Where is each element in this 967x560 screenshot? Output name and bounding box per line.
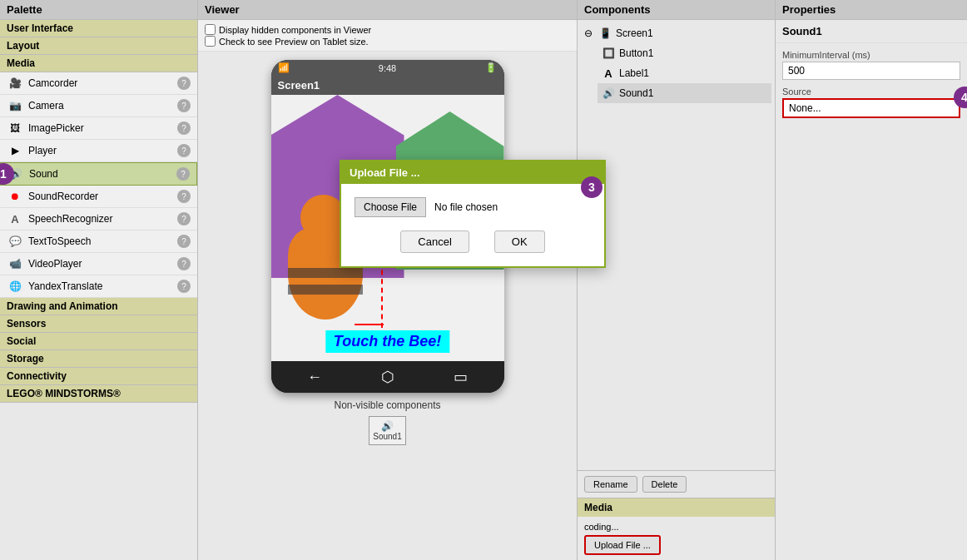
palette-section-drawing[interactable]: Drawing and Animation xyxy=(0,298,197,315)
palette-section-social[interactable]: Social xyxy=(0,333,197,350)
sound-label: Sound xyxy=(29,168,176,180)
palette-section-media[interactable]: Media xyxy=(0,55,197,72)
viewer-inner: 📶 9:48 🔋 Screen1 xyxy=(206,60,568,452)
image-picker-help[interactable]: ? xyxy=(177,121,191,135)
property-source: Source 4 xyxy=(782,87,960,118)
image-picker-icon: 🖼 xyxy=(7,120,23,136)
tree-item-sound1[interactable]: 🔊 Sound1 xyxy=(598,83,771,103)
palette-section-storage[interactable]: Storage xyxy=(0,350,197,368)
touch-bee-label[interactable]: Touch the Bee! xyxy=(325,330,449,353)
upload-dialog-title: Upload File ... xyxy=(341,161,604,184)
sound1-component-icon[interactable]: 🔊 Sound1 xyxy=(369,416,405,445)
yandex-translate-label: YandexTranslate xyxy=(28,280,177,292)
tablet-preview-checkbox[interactable] xyxy=(205,36,216,47)
sound-recorder-help[interactable]: ? xyxy=(177,190,191,203)
sound-recorder-label: SoundRecorder xyxy=(28,191,177,202)
no-file-label: No file chosen xyxy=(434,201,498,213)
palette-section-connectivity[interactable]: Connectivity xyxy=(0,368,197,385)
palette-item-video-player[interactable]: 📹 VideoPlayer ? xyxy=(0,253,197,275)
sound-help[interactable]: ? xyxy=(176,167,190,181)
yandex-translate-help[interactable]: ? xyxy=(177,280,191,293)
choose-file-button[interactable]: Choose File xyxy=(355,197,426,217)
camcorder-help[interactable]: ? xyxy=(177,77,191,90)
hidden-components-checkbox[interactable] xyxy=(205,24,216,35)
components-header: Components xyxy=(578,0,775,20)
palette-item-sound-recorder[interactable]: ⏺ SoundRecorder ? xyxy=(0,186,197,208)
camera-icon: 📷 xyxy=(7,97,23,114)
tree-item-button1[interactable]: 🔲 Button1 xyxy=(598,43,771,63)
source-label: Source xyxy=(782,87,960,97)
property-min-interval: MinimumInterval (ms) xyxy=(782,50,960,80)
arrow-line-vertical xyxy=(381,261,383,328)
palette-section-layout[interactable]: Layout xyxy=(0,37,197,55)
badge-3: 3 xyxy=(581,176,603,198)
camera-label: Camera xyxy=(28,100,177,112)
image-picker-label: ImagePicker xyxy=(28,122,177,134)
ok-button[interactable]: OK xyxy=(494,230,545,253)
properties-content: MinimumInterval (ms) Source 4 xyxy=(776,43,967,131)
hidden-components-checkbox-label[interactable]: Display hidden components in Viewer xyxy=(205,24,570,35)
upload-file-button[interactable]: Upload File ... xyxy=(584,535,661,555)
viewer-panel: Viewer Display hidden components in View… xyxy=(198,0,578,560)
palette-section-ui[interactable]: User Interface xyxy=(0,20,197,37)
palette-item-camera[interactable]: 📷 Camera ? xyxy=(0,95,197,117)
viewer-header: Viewer xyxy=(198,0,577,20)
delete-button[interactable]: Delete xyxy=(642,476,687,493)
sound1-label: Sound1 xyxy=(373,432,401,441)
camera-help[interactable]: ? xyxy=(177,99,191,112)
upload-file-dialog: Upload File ... Choose File No file chos… xyxy=(340,160,606,268)
properties-panel: Properties Sound1 MinimumInterval (ms) S… xyxy=(776,0,967,560)
upload-dialog-buttons: Cancel OK xyxy=(355,230,591,253)
source-input[interactable] xyxy=(782,98,960,118)
cancel-button[interactable]: Cancel xyxy=(400,230,469,253)
min-interval-label: MinimumInterval (ms) xyxy=(782,50,960,60)
player-icon: ▶ xyxy=(7,142,23,159)
properties-header: Properties xyxy=(776,0,967,20)
nav-recent-icon[interactable]: ▭ xyxy=(454,368,468,386)
phone-screen-title: Screen1 xyxy=(271,76,504,95)
sound1-icon: 🔊 xyxy=(381,420,394,432)
video-player-help[interactable]: ? xyxy=(177,257,191,270)
min-interval-input[interactable] xyxy=(782,62,960,80)
camcorder-label: Camcorder xyxy=(28,77,177,89)
non-visible-label: Non-visible components xyxy=(334,399,440,411)
properties-component-name: Sound1 xyxy=(776,20,967,43)
palette-item-speech-recognizer[interactable]: A SpeechRecognizer ? xyxy=(0,208,197,230)
nav-back-icon[interactable]: ← xyxy=(307,369,322,386)
palette-item-image-picker[interactable]: 🖼 ImagePicker ? xyxy=(0,117,197,140)
text-to-speech-help[interactable]: ? xyxy=(177,235,191,248)
palette-item-yandex-translate[interactable]: 🌐 YandexTranslate ? xyxy=(0,275,197,298)
tree-item-label1[interactable]: A Label1 xyxy=(598,63,771,83)
player-help[interactable]: ? xyxy=(177,144,191,157)
speech-recognizer-help[interactable]: ? xyxy=(177,212,191,225)
nav-home-icon[interactable]: ⬡ xyxy=(381,368,394,386)
time-display: 9:48 xyxy=(379,63,396,73)
palette-item-player[interactable]: ▶ Player ? xyxy=(0,140,197,162)
hidden-components-label: Display hidden components in Viewer xyxy=(219,25,371,35)
components-panel: Components ⊖ 📱 Screen1 🔲 Button1 A Label… xyxy=(578,0,776,560)
palette-header: Palette xyxy=(0,0,197,20)
tablet-preview-label: Check to see Preview on Tablet size. xyxy=(219,37,369,47)
label1-label: Label1 xyxy=(619,67,649,79)
text-to-speech-label: TextToSpeech xyxy=(28,235,177,247)
tablet-preview-checkbox-label[interactable]: Check to see Preview on Tablet size. xyxy=(205,36,570,47)
palette-section-lego[interactable]: LEGO® MINDSTORMS® xyxy=(0,385,197,403)
media-file-name: coding... xyxy=(584,522,768,532)
palette-item-text-to-speech[interactable]: 💬 TextToSpeech ? xyxy=(0,230,197,253)
sound-recorder-icon: ⏺ xyxy=(7,188,23,205)
camcorder-icon: 🎥 xyxy=(7,75,23,92)
upload-dialog-body: Choose File No file chosen Cancel OK xyxy=(341,184,604,266)
rename-button[interactable]: Rename xyxy=(584,476,637,493)
tree-expand-icon: ⊖ xyxy=(584,27,596,39)
palette-section-sensors[interactable]: Sensors xyxy=(0,315,197,333)
components-tree: ⊖ 📱 Screen1 🔲 Button1 A Label1 🔊 Sound1 xyxy=(578,20,775,470)
yandex-translate-icon: 🌐 xyxy=(7,278,23,295)
sound1-tree-label: Sound1 xyxy=(619,87,653,99)
palette-item-sound[interactable]: 🔊 Sound ? 1 xyxy=(0,162,197,186)
player-label: Player xyxy=(28,145,177,156)
speech-recognizer-icon: A xyxy=(7,211,23,227)
phone-nav-bar: ← ⬡ ▭ xyxy=(271,361,504,393)
phone-status-bar: 📶 9:48 🔋 xyxy=(271,60,504,76)
palette-item-camcorder[interactable]: 🎥 Camcorder ? xyxy=(0,72,197,95)
tree-item-screen1[interactable]: ⊖ 📱 Screen1 xyxy=(581,23,771,43)
